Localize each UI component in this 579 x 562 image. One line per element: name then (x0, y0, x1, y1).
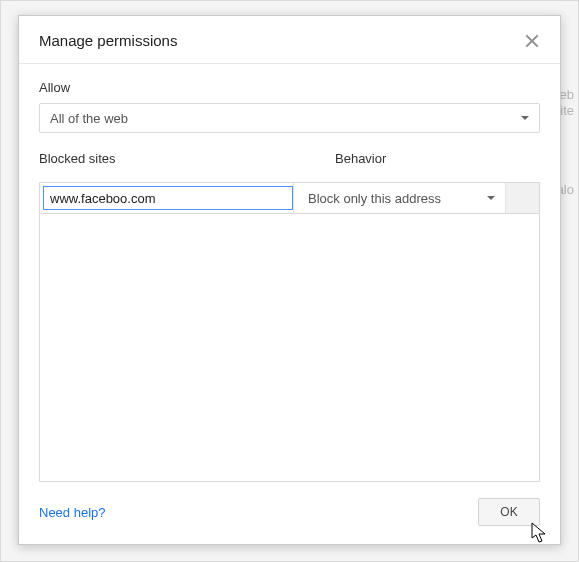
blocked-sites-list (39, 214, 540, 482)
entry-row: Block only this address (39, 182, 540, 214)
behavior-select[interactable]: Block only this address (293, 183, 505, 213)
behavior-select-value: Block only this address (308, 191, 441, 206)
dialog-footer: Need help? OK (19, 482, 560, 544)
close-icon[interactable] (524, 33, 540, 49)
blocked-sites-label: Blocked sites (39, 151, 289, 166)
blocked-site-input[interactable] (43, 186, 293, 210)
ok-button[interactable]: OK (478, 498, 540, 526)
chevron-down-icon (487, 196, 495, 200)
dialog-title: Manage permissions (39, 32, 177, 49)
behavior-label: Behavior (335, 151, 540, 166)
column-headers: Blocked sites Behavior (39, 151, 540, 174)
dialog-header: Manage permissions (19, 16, 560, 64)
help-link[interactable]: Need help? (39, 505, 106, 520)
row-actions-area (505, 183, 539, 213)
allow-label: Allow (39, 80, 540, 95)
manage-permissions-dialog: Manage permissions Allow All of the web … (18, 15, 561, 545)
chevron-down-icon (521, 116, 529, 120)
allow-select[interactable]: All of the web (39, 103, 540, 133)
dialog-body: Allow All of the web Blocked sites Behav… (19, 64, 560, 482)
allow-select-value: All of the web (50, 111, 128, 126)
